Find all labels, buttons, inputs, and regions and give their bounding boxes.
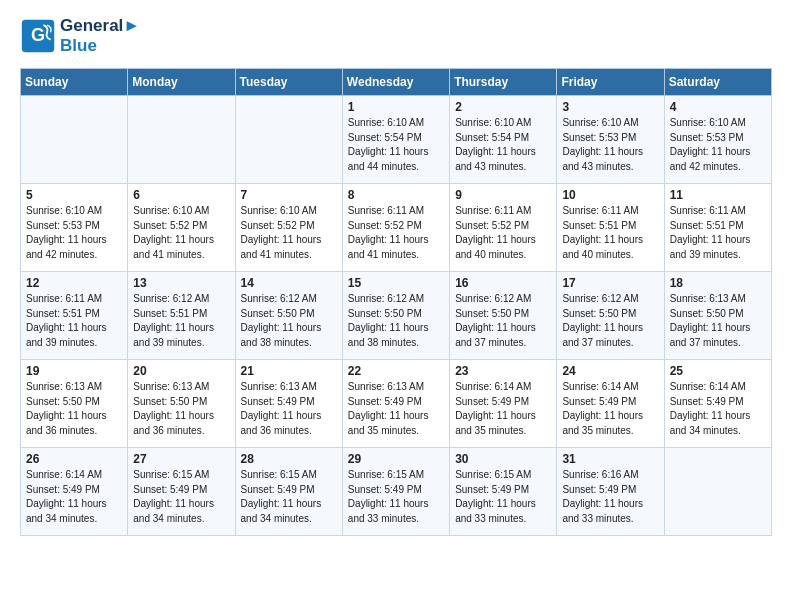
- calendar-cell: 9Sunrise: 6:11 AM Sunset: 5:52 PM Daylig…: [450, 184, 557, 272]
- day-info: Sunrise: 6:10 AM Sunset: 5:54 PM Dayligh…: [348, 116, 444, 174]
- weekday-header-wednesday: Wednesday: [342, 69, 449, 96]
- day-info: Sunrise: 6:14 AM Sunset: 5:49 PM Dayligh…: [562, 380, 658, 438]
- calendar-cell: 25Sunrise: 6:14 AM Sunset: 5:49 PM Dayli…: [664, 360, 771, 448]
- calendar-cell: 1Sunrise: 6:10 AM Sunset: 5:54 PM Daylig…: [342, 96, 449, 184]
- day-number: 21: [241, 364, 337, 378]
- calendar-cell: 13Sunrise: 6:12 AM Sunset: 5:51 PM Dayli…: [128, 272, 235, 360]
- calendar-cell: 7Sunrise: 6:10 AM Sunset: 5:52 PM Daylig…: [235, 184, 342, 272]
- day-number: 16: [455, 276, 551, 290]
- day-info: Sunrise: 6:15 AM Sunset: 5:49 PM Dayligh…: [133, 468, 229, 526]
- day-info: Sunrise: 6:10 AM Sunset: 5:53 PM Dayligh…: [670, 116, 766, 174]
- day-number: 19: [26, 364, 122, 378]
- weekday-header-row: SundayMondayTuesdayWednesdayThursdayFrid…: [21, 69, 772, 96]
- day-info: Sunrise: 6:16 AM Sunset: 5:49 PM Dayligh…: [562, 468, 658, 526]
- day-info: Sunrise: 6:13 AM Sunset: 5:50 PM Dayligh…: [670, 292, 766, 350]
- week-row-3: 12Sunrise: 6:11 AM Sunset: 5:51 PM Dayli…: [21, 272, 772, 360]
- svg-text:G: G: [31, 25, 45, 45]
- calendar-cell: 11Sunrise: 6:11 AM Sunset: 5:51 PM Dayli…: [664, 184, 771, 272]
- calendar-cell: 14Sunrise: 6:12 AM Sunset: 5:50 PM Dayli…: [235, 272, 342, 360]
- calendar-cell: [128, 96, 235, 184]
- weekday-header-sunday: Sunday: [21, 69, 128, 96]
- calendar-cell: 29Sunrise: 6:15 AM Sunset: 5:49 PM Dayli…: [342, 448, 449, 536]
- calendar-cell: 2Sunrise: 6:10 AM Sunset: 5:54 PM Daylig…: [450, 96, 557, 184]
- day-info: Sunrise: 6:10 AM Sunset: 5:53 PM Dayligh…: [562, 116, 658, 174]
- day-info: Sunrise: 6:11 AM Sunset: 5:51 PM Dayligh…: [562, 204, 658, 262]
- day-info: Sunrise: 6:14 AM Sunset: 5:49 PM Dayligh…: [26, 468, 122, 526]
- day-info: Sunrise: 6:15 AM Sunset: 5:49 PM Dayligh…: [348, 468, 444, 526]
- day-info: Sunrise: 6:10 AM Sunset: 5:52 PM Dayligh…: [133, 204, 229, 262]
- day-info: Sunrise: 6:10 AM Sunset: 5:53 PM Dayligh…: [26, 204, 122, 262]
- logo: G General► Blue: [20, 16, 140, 56]
- day-number: 28: [241, 452, 337, 466]
- day-info: Sunrise: 6:13 AM Sunset: 5:50 PM Dayligh…: [133, 380, 229, 438]
- day-number: 15: [348, 276, 444, 290]
- calendar-cell: 21Sunrise: 6:13 AM Sunset: 5:49 PM Dayli…: [235, 360, 342, 448]
- day-info: Sunrise: 6:15 AM Sunset: 5:49 PM Dayligh…: [241, 468, 337, 526]
- day-number: 7: [241, 188, 337, 202]
- day-info: Sunrise: 6:10 AM Sunset: 5:54 PM Dayligh…: [455, 116, 551, 174]
- day-number: 18: [670, 276, 766, 290]
- day-number: 27: [133, 452, 229, 466]
- day-number: 22: [348, 364, 444, 378]
- calendar-cell: 6Sunrise: 6:10 AM Sunset: 5:52 PM Daylig…: [128, 184, 235, 272]
- day-number: 20: [133, 364, 229, 378]
- day-number: 30: [455, 452, 551, 466]
- day-info: Sunrise: 6:14 AM Sunset: 5:49 PM Dayligh…: [455, 380, 551, 438]
- calendar-cell: [235, 96, 342, 184]
- day-number: 24: [562, 364, 658, 378]
- calendar-cell: 8Sunrise: 6:11 AM Sunset: 5:52 PM Daylig…: [342, 184, 449, 272]
- calendar-cell: 27Sunrise: 6:15 AM Sunset: 5:49 PM Dayli…: [128, 448, 235, 536]
- day-number: 1: [348, 100, 444, 114]
- day-info: Sunrise: 6:11 AM Sunset: 5:51 PM Dayligh…: [26, 292, 122, 350]
- calendar-table: SundayMondayTuesdayWednesdayThursdayFrid…: [20, 68, 772, 536]
- day-number: 10: [562, 188, 658, 202]
- day-number: 17: [562, 276, 658, 290]
- day-number: 13: [133, 276, 229, 290]
- day-info: Sunrise: 6:12 AM Sunset: 5:50 PM Dayligh…: [241, 292, 337, 350]
- day-number: 5: [26, 188, 122, 202]
- weekday-header-friday: Friday: [557, 69, 664, 96]
- day-info: Sunrise: 6:12 AM Sunset: 5:50 PM Dayligh…: [562, 292, 658, 350]
- calendar-cell: 26Sunrise: 6:14 AM Sunset: 5:49 PM Dayli…: [21, 448, 128, 536]
- day-info: Sunrise: 6:12 AM Sunset: 5:51 PM Dayligh…: [133, 292, 229, 350]
- calendar-cell: 19Sunrise: 6:13 AM Sunset: 5:50 PM Dayli…: [21, 360, 128, 448]
- day-number: 4: [670, 100, 766, 114]
- calendar-cell: 22Sunrise: 6:13 AM Sunset: 5:49 PM Dayli…: [342, 360, 449, 448]
- header: G General► Blue: [20, 16, 772, 56]
- week-row-2: 5Sunrise: 6:10 AM Sunset: 5:53 PM Daylig…: [21, 184, 772, 272]
- logo-icon: G: [20, 18, 56, 54]
- calendar-cell: 23Sunrise: 6:14 AM Sunset: 5:49 PM Dayli…: [450, 360, 557, 448]
- calendar-cell: 16Sunrise: 6:12 AM Sunset: 5:50 PM Dayli…: [450, 272, 557, 360]
- week-row-4: 19Sunrise: 6:13 AM Sunset: 5:50 PM Dayli…: [21, 360, 772, 448]
- calendar-cell: 5Sunrise: 6:10 AM Sunset: 5:53 PM Daylig…: [21, 184, 128, 272]
- day-info: Sunrise: 6:13 AM Sunset: 5:49 PM Dayligh…: [348, 380, 444, 438]
- weekday-header-thursday: Thursday: [450, 69, 557, 96]
- day-info: Sunrise: 6:11 AM Sunset: 5:51 PM Dayligh…: [670, 204, 766, 262]
- day-info: Sunrise: 6:11 AM Sunset: 5:52 PM Dayligh…: [348, 204, 444, 262]
- day-number: 26: [26, 452, 122, 466]
- day-number: 23: [455, 364, 551, 378]
- day-number: 6: [133, 188, 229, 202]
- day-number: 3: [562, 100, 658, 114]
- calendar-cell: 17Sunrise: 6:12 AM Sunset: 5:50 PM Dayli…: [557, 272, 664, 360]
- day-info: Sunrise: 6:15 AM Sunset: 5:49 PM Dayligh…: [455, 468, 551, 526]
- day-info: Sunrise: 6:10 AM Sunset: 5:52 PM Dayligh…: [241, 204, 337, 262]
- calendar-page: G General► Blue SundayMondayTuesdayWedne…: [0, 0, 792, 552]
- weekday-header-monday: Monday: [128, 69, 235, 96]
- calendar-cell: 18Sunrise: 6:13 AM Sunset: 5:50 PM Dayli…: [664, 272, 771, 360]
- day-info: Sunrise: 6:14 AM Sunset: 5:49 PM Dayligh…: [670, 380, 766, 438]
- calendar-cell: [664, 448, 771, 536]
- day-info: Sunrise: 6:13 AM Sunset: 5:50 PM Dayligh…: [26, 380, 122, 438]
- week-row-1: 1Sunrise: 6:10 AM Sunset: 5:54 PM Daylig…: [21, 96, 772, 184]
- calendar-cell: 24Sunrise: 6:14 AM Sunset: 5:49 PM Dayli…: [557, 360, 664, 448]
- calendar-cell: 20Sunrise: 6:13 AM Sunset: 5:50 PM Dayli…: [128, 360, 235, 448]
- calendar-cell: 10Sunrise: 6:11 AM Sunset: 5:51 PM Dayli…: [557, 184, 664, 272]
- day-info: Sunrise: 6:12 AM Sunset: 5:50 PM Dayligh…: [348, 292, 444, 350]
- day-number: 9: [455, 188, 551, 202]
- calendar-cell: 4Sunrise: 6:10 AM Sunset: 5:53 PM Daylig…: [664, 96, 771, 184]
- calendar-cell: 31Sunrise: 6:16 AM Sunset: 5:49 PM Dayli…: [557, 448, 664, 536]
- calendar-cell: [21, 96, 128, 184]
- calendar-cell: 15Sunrise: 6:12 AM Sunset: 5:50 PM Dayli…: [342, 272, 449, 360]
- day-number: 8: [348, 188, 444, 202]
- calendar-cell: 3Sunrise: 6:10 AM Sunset: 5:53 PM Daylig…: [557, 96, 664, 184]
